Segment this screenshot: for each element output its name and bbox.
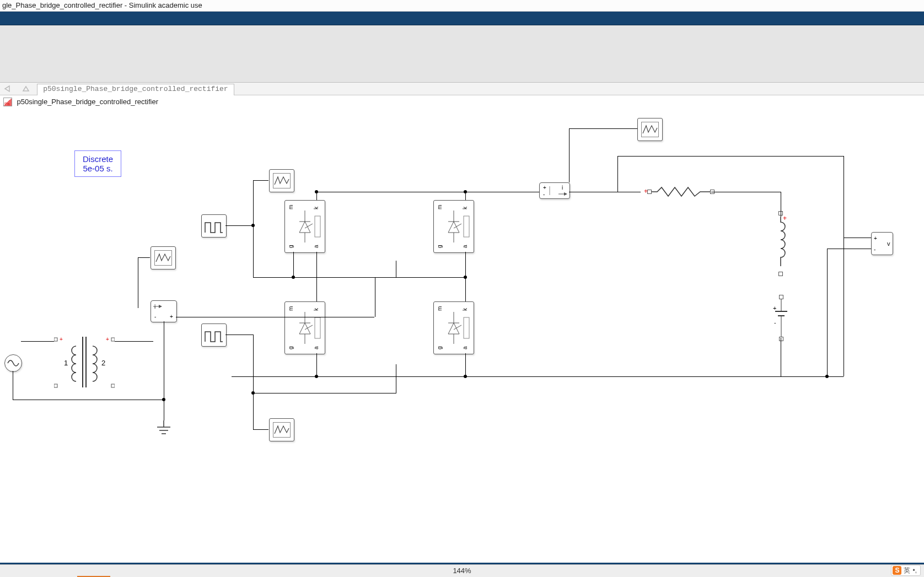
svg-text:+: + xyxy=(170,314,173,320)
svg-rect-19 xyxy=(464,216,469,237)
ammeter-icon: +- i xyxy=(540,183,570,198)
svg-text:g: g xyxy=(288,245,294,248)
battery-icon: +- xyxy=(772,299,791,338)
svg-text:a: a xyxy=(313,346,319,349)
wire xyxy=(316,192,539,192)
ime-lang-label: 英 xyxy=(904,566,910,575)
powergui-block[interactable]: Discrete 5e-05 s. xyxy=(74,150,121,177)
svg-text:a: a xyxy=(462,245,468,248)
svg-text:+: + xyxy=(543,185,546,191)
wire xyxy=(844,238,871,238)
thyristor-icon: mk ga xyxy=(434,302,474,354)
wire xyxy=(13,400,164,400)
svg-marker-44 xyxy=(564,192,567,196)
toolbar-area[interactable] xyxy=(0,25,924,83)
transformer-block[interactable]: + + 1 2 xyxy=(54,332,115,393)
svg-text:-: - xyxy=(543,191,545,197)
svg-text:g: g xyxy=(437,245,443,248)
status-bar: 144% S 英 •, xyxy=(0,564,924,577)
simulink-canvas[interactable]: Discrete 5e-05 s. mk xyxy=(0,106,924,564)
wire xyxy=(232,376,783,377)
scope-block-2[interactable] xyxy=(151,246,176,269)
scope-block-4[interactable] xyxy=(637,118,663,141)
ground-icon xyxy=(155,420,172,436)
svg-rect-28 xyxy=(315,317,320,338)
wire xyxy=(293,252,294,277)
breadcrumb[interactable]: p50single_Phase_bridge_controlled_rectif… xyxy=(37,84,234,95)
voltmeter-icon: +- v xyxy=(872,233,893,255)
menubar[interactable] xyxy=(0,12,924,25)
junction-node-icon xyxy=(315,375,318,378)
solver-line2: 5e-05 s. xyxy=(83,164,113,173)
svg-text:+: + xyxy=(60,336,63,342)
svg-text:m: m xyxy=(288,306,294,311)
wire xyxy=(465,353,466,376)
pulse-icon xyxy=(204,326,224,344)
wire xyxy=(781,376,844,377)
wire xyxy=(225,225,253,226)
svg-text:k: k xyxy=(462,206,468,209)
svg-marker-49 xyxy=(159,305,162,308)
polarity-plus-icon: + xyxy=(783,214,787,222)
wire xyxy=(253,429,268,430)
wire xyxy=(569,192,641,192)
window-title: gle_Phase_bridge_controlled_rectifier - … xyxy=(2,1,202,9)
pulse-generator-1[interactable] xyxy=(201,214,227,238)
nav-bar: p50single_Phase_bridge_controlled_rectif… xyxy=(0,83,924,95)
wire xyxy=(176,317,374,317)
wire xyxy=(827,249,828,376)
voltage-measurement-block[interactable]: +- v xyxy=(871,232,893,255)
nav-up-icon[interactable] xyxy=(21,84,31,94)
pulse-generator-2[interactable] xyxy=(201,323,227,347)
wire xyxy=(781,338,781,376)
scope-icon xyxy=(155,251,171,265)
scope-block-3[interactable] xyxy=(269,418,294,441)
svg-text:-: - xyxy=(874,246,875,252)
svg-marker-25 xyxy=(299,323,310,334)
zoom-level[interactable]: 144% xyxy=(453,565,471,577)
wire xyxy=(711,192,781,192)
inductor-block[interactable]: + xyxy=(775,217,786,272)
nav-back-icon[interactable] xyxy=(2,84,12,94)
junction-node-icon xyxy=(825,375,829,378)
scope-block-1[interactable] xyxy=(269,169,294,192)
transformer-icon: + + 1 2 xyxy=(54,332,115,393)
current-measurement-block[interactable]: +- i xyxy=(539,182,570,199)
scope-icon xyxy=(642,122,658,137)
wire xyxy=(569,128,637,129)
wire xyxy=(316,192,317,200)
port-icon xyxy=(647,190,652,194)
thyristor-4[interactable]: mk ga xyxy=(433,301,474,354)
junction-node-icon xyxy=(292,276,295,279)
wire xyxy=(465,192,466,200)
ground-block[interactable] xyxy=(155,420,172,436)
breadcrumb-label: p50single_Phase_bridge_controlled_rectif… xyxy=(43,85,228,93)
current-measurement-2[interactable]: i -+ xyxy=(151,300,177,322)
dc-voltage-source[interactable]: +- xyxy=(772,299,791,338)
port-icon xyxy=(779,337,783,341)
wire xyxy=(569,128,570,182)
resistor-block[interactable]: + xyxy=(651,186,711,197)
svg-text:k: k xyxy=(313,308,319,311)
model-name-label[interactable]: p50single_Phase_bridge_controlled_rectif… xyxy=(17,98,158,106)
svg-text:+: + xyxy=(773,305,776,311)
ac-voltage-source[interactable] xyxy=(4,354,22,372)
ime-more-icon: •, xyxy=(912,567,917,574)
wire xyxy=(138,269,138,308)
ime-badge[interactable]: S 英 •, xyxy=(891,565,921,576)
svg-rect-52 xyxy=(54,338,57,341)
svg-text:m: m xyxy=(288,205,294,209)
svg-text:-: - xyxy=(154,314,156,320)
thyristor-3[interactable]: mk ga xyxy=(284,301,325,354)
thyristor-2[interactable]: mk ga xyxy=(433,200,474,253)
resistor-icon xyxy=(651,186,711,197)
svg-text:m: m xyxy=(437,205,443,209)
wire xyxy=(617,156,618,192)
wire xyxy=(225,335,253,335)
thyristor-1[interactable]: mk ga xyxy=(284,200,325,253)
port-icon xyxy=(779,295,783,299)
ammeter-icon: i -+ xyxy=(151,301,176,322)
simulink-model-icon[interactable] xyxy=(3,98,12,106)
svg-marker-7 xyxy=(299,222,310,233)
svg-text:g: g xyxy=(288,346,294,349)
